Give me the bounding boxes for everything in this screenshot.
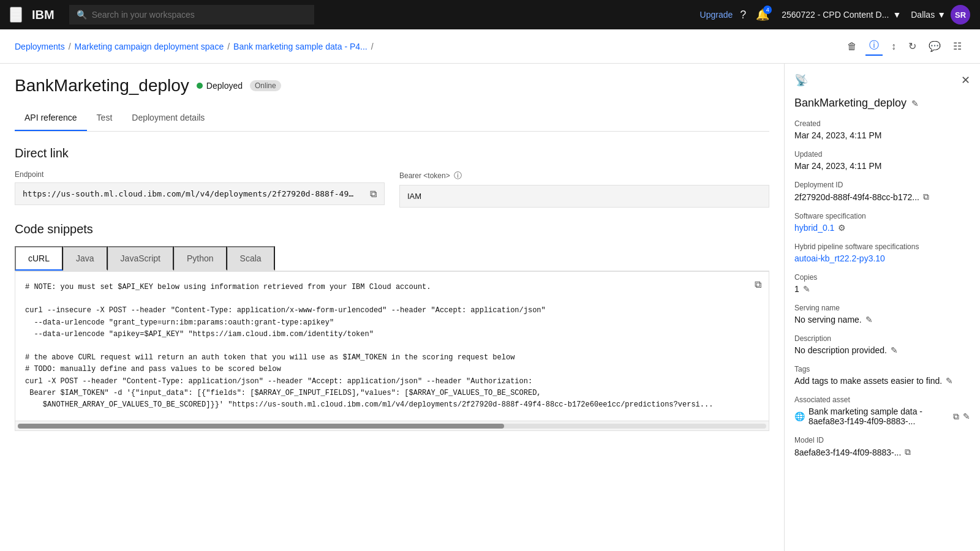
side-panel-edit-title-button[interactable]: ✎ <box>911 99 919 108</box>
description-value-row: No description provided. ✎ <box>794 345 970 355</box>
upgrade-link[interactable]: Upgrade <box>700 10 733 20</box>
page-header: BankMarketing_deploy Deployed Online API… <box>0 64 784 132</box>
breadcrumb-space-link[interactable]: Marketing campaign deployment space <box>75 42 224 51</box>
page-title-row: BankMarketing_deploy Deployed Online <box>15 76 769 96</box>
scrollbar-thumb <box>18 424 504 429</box>
bearer-group: Bearer <token> ⓘ <box>399 170 769 208</box>
associated-asset-value: Bank marketing sample data - 8aefa8e3-f1… <box>809 407 949 426</box>
content-area: BankMarketing_deploy Deployed Online API… <box>0 64 784 551</box>
code-scrollbar[interactable] <box>15 421 769 430</box>
code-copy-button[interactable]: ⧉ <box>752 277 764 293</box>
share-icon-button[interactable]: ↕ <box>888 37 900 56</box>
breadcrumb: Deployments / Marketing campaign deploym… <box>0 29 980 64</box>
top-nav-right-section: Upgrade ? 🔔 4 2560722 - CPD Content D...… <box>700 5 970 24</box>
breadcrumb-separator-3: / <box>371 42 374 51</box>
code-block: # NOTE: you must set $API_KEY below usin… <box>15 272 769 421</box>
grid-icon-button[interactable]: ☷ <box>949 37 965 56</box>
account-name: 2560722 - CPD Content D... <box>782 10 889 20</box>
copies-value: 1 <box>794 284 799 294</box>
search-icon: 🔍 <box>77 10 87 20</box>
deployment-id-copy-button[interactable]: ⧉ <box>923 192 929 202</box>
bearer-label: Bearer <token> <box>399 171 450 180</box>
side-panel: 📡 ✕ BankMarketing_deploy ✎ Created Mar 2… <box>784 64 980 551</box>
software-spec-field: Software specification hybrid_0.1 ⚙ <box>794 212 970 233</box>
region-selector[interactable]: Dallas ▼ <box>911 10 946 20</box>
hamburger-menu-button[interactable]: ☰ <box>10 7 22 23</box>
direct-link-section: Direct link Endpoint ⧉ Bearer <token> ⓘ <box>0 132 784 222</box>
bearer-label-row: Bearer <token> ⓘ <box>399 170 769 181</box>
side-panel-antenna-icon: 📡 <box>794 73 808 87</box>
code-tab-javascript[interactable]: JavaScript <box>108 246 174 271</box>
updated-label: Updated <box>794 150 970 159</box>
deployment-id-field: Deployment ID 2f27920d-888f-49f4-88cc-b1… <box>794 181 970 202</box>
endpoint-copy-button[interactable]: ⧉ <box>363 184 384 204</box>
copies-edit-button[interactable]: ✎ <box>803 284 810 294</box>
code-tabs: cURL Java JavaScript Python Scala <box>15 246 769 271</box>
software-spec-value-row: hybrid_0.1 ⚙ <box>794 223 970 233</box>
breadcrumb-actions: 🗑 ⓘ ↕ ↻ 💬 ☷ <box>843 37 965 56</box>
associated-asset-value-row: 🌐 Bank marketing sample data - 8aefa8e3-… <box>794 407 970 426</box>
endpoint-input[interactable] <box>15 183 363 204</box>
copies-label: Copies <box>794 273 970 282</box>
notifications-icon-button[interactable]: 🔔 4 <box>753 6 772 24</box>
copies-field: Copies 1 ✎ <box>794 273 970 294</box>
model-id-value: 8aefa8e3-f149-4f09-8883-... <box>794 448 901 457</box>
associated-asset-copy-button[interactable]: ⧉ <box>953 411 959 422</box>
breadcrumb-separator-1: / <box>69 42 71 51</box>
code-tab-curl[interactable]: cURL <box>15 246 63 271</box>
updated-value: Mar 24, 2023, 4:11 PM <box>794 161 970 171</box>
hybrid-pipeline-field: Hybrid pipeline software specifications … <box>794 242 970 263</box>
code-block-container: ⧉ # NOTE: you must set $API_KEY below us… <box>15 271 769 431</box>
model-id-copy-button[interactable]: ⧉ <box>905 447 911 457</box>
software-spec-value[interactable]: hybrid_0.1 <box>794 223 834 233</box>
description-edit-button[interactable]: ✎ <box>891 345 898 355</box>
serving-name-edit-button[interactable]: ✎ <box>865 315 873 324</box>
tab-deployment-details[interactable]: Deployment details <box>122 105 214 131</box>
serving-name-value: No serving name. <box>794 315 862 324</box>
status-deployed-label: Deployed <box>206 81 243 91</box>
user-avatar[interactable]: SR <box>951 5 970 24</box>
region-chevron-icon: ▼ <box>937 10 946 20</box>
help-icon-button[interactable]: ? <box>737 6 748 24</box>
description-label: Description <box>794 334 970 343</box>
endpoint-input-row: ⧉ <box>15 182 385 205</box>
code-tab-scala[interactable]: Scala <box>227 246 275 271</box>
model-id-field: Model ID 8aefa8e3-f149-4f09-8883-... ⧉ <box>794 436 970 457</box>
online-badge: Online <box>250 80 281 91</box>
tab-api-reference[interactable]: API reference <box>15 105 87 131</box>
page-title: BankMarketing_deploy <box>15 76 189 96</box>
history-icon-button[interactable]: ↻ <box>905 37 920 56</box>
comment-icon-button[interactable]: 💬 <box>925 37 944 56</box>
description-value: No description provided. <box>794 345 887 355</box>
info-icon-button[interactable]: ⓘ <box>865 37 883 56</box>
side-panel-close-button[interactable]: ✕ <box>961 73 970 87</box>
code-snippets-section: Code snippets cURL Java JavaScript Pytho… <box>0 222 784 446</box>
tags-field: Tags Add tags to make assets easier to f… <box>794 365 970 386</box>
associated-asset-edit-button[interactable]: ✎ <box>963 411 970 421</box>
region-name: Dallas <box>911 10 935 20</box>
code-snippets-title: Code snippets <box>15 222 769 236</box>
tags-edit-button[interactable]: ✎ <box>946 376 953 386</box>
breadcrumb-separator-2: / <box>227 42 230 51</box>
software-spec-gear-icon[interactable]: ⚙ <box>838 223 846 233</box>
software-spec-label: Software specification <box>794 212 970 220</box>
code-tab-java[interactable]: Java <box>63 246 108 271</box>
breadcrumb-asset-link[interactable]: Bank marketing sample data - P4... <box>233 42 368 51</box>
asset-model-icon: 🌐 <box>794 411 805 421</box>
page-tabs: API reference Test Deployment details <box>15 105 769 132</box>
breadcrumb-deployments-link[interactable]: Deployments <box>15 42 65 51</box>
tab-test[interactable]: Test <box>87 105 123 131</box>
hybrid-pipeline-value[interactable]: autoai-kb_rt22.2-py3.10 <box>794 253 970 263</box>
tags-value-row: Add tags to make assets easier to find. … <box>794 376 970 386</box>
account-selector[interactable]: 2560722 - CPD Content D... ▼ <box>777 10 906 20</box>
endpoint-row: Endpoint ⧉ Bearer <token> ⓘ <box>15 170 769 208</box>
search-container[interactable]: 🔍 <box>69 5 314 24</box>
bearer-info-icon[interactable]: ⓘ <box>454 170 462 181</box>
top-navigation: ☰ IBM 🔍 Upgrade ? 🔔 4 2560722 - CPD Cont… <box>0 0 980 29</box>
deployment-id-value-row: 2f27920d-888f-49f4-88cc-b172... ⧉ <box>794 192 970 202</box>
model-id-label: Model ID <box>794 436 970 444</box>
search-input[interactable] <box>92 10 307 20</box>
bearer-input[interactable] <box>399 185 769 208</box>
code-tab-python[interactable]: Python <box>174 246 227 271</box>
trash-icon-button[interactable]: 🗑 <box>843 37 861 56</box>
